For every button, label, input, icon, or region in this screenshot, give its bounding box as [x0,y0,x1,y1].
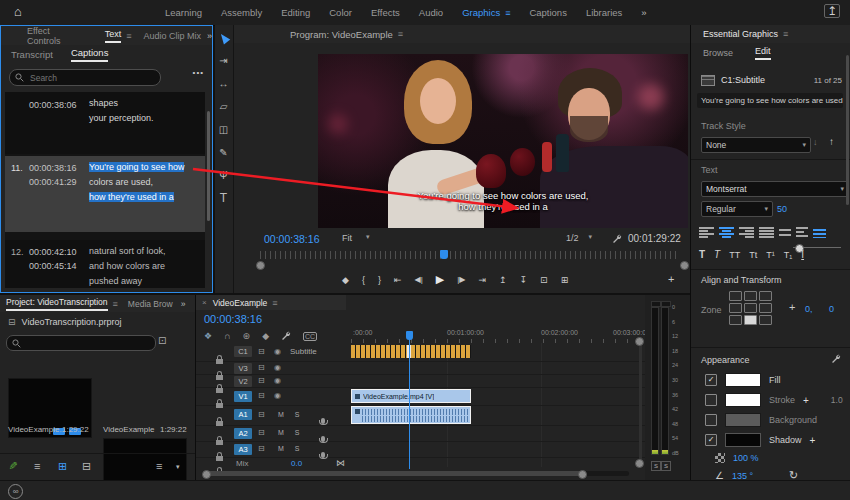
caption-list-scrollbar[interactable] [207,111,210,221]
track-select-forward-tool[interactable]: ⇥ [215,54,232,67]
project-overflow-icon[interactable]: » [181,299,186,309]
razor-tool[interactable]: ▱ [215,100,232,113]
zone-cell[interactable] [729,315,742,325]
play-button[interactable]: ▶ [436,273,444,286]
tab-text[interactable]: Text [105,29,122,43]
track-sync-icon[interactable]: ⊟ [258,444,265,453]
superscript-icon[interactable]: T¹ [766,250,775,260]
workspace-tab-assembly[interactable]: Assembly [221,7,262,18]
program-resolution-select[interactable]: 1/2▾ [566,233,592,243]
position-y-value[interactable]: 0 [829,304,834,314]
workspace-tab-graphics[interactable]: Graphics [462,7,500,18]
track-eye-icon[interactable]: ◉ [274,376,281,385]
pen-tool[interactable]: ✎ [215,146,232,159]
fill-checkbox[interactable]: ✓ [705,374,717,386]
project-panel-menu-icon[interactable]: ≡ [113,299,118,309]
slip-tool[interactable]: ◫ [215,123,232,136]
style-download-icon[interactable]: ↓ [813,137,818,147]
zone-cell[interactable] [759,303,772,313]
mute-button[interactable]: M [276,410,286,419]
position-move-icon[interactable]: + [789,301,795,313]
track-eye-icon[interactable]: ◉ [274,363,281,372]
text-panel-menu-icon[interactable]: ≡ [126,31,131,41]
timeline-timecode[interactable]: 00:00:38:16 [204,313,262,325]
faux-italic-icon[interactable]: T [714,249,720,260]
program-settings-wrench-icon[interactable] [612,234,622,244]
subscript-icon[interactable]: T₁ [784,250,793,260]
workspace-tab-captions[interactable]: Captions [529,7,567,18]
leading-icon[interactable] [813,227,826,238]
stroke-checkbox[interactable] [705,394,717,406]
timeline-h-scrollbar[interactable] [204,471,629,476]
sort-icon[interactable]: ≡ [156,460,162,472]
font-size-slider[interactable] [793,247,841,248]
shadow-color-swatch[interactable] [725,433,761,447]
workspace-tab-effects[interactable]: Effects [371,7,400,18]
esg-caption-preview[interactable]: You're going to see how colors are used.… [697,93,843,108]
zone-cell[interactable] [744,291,757,301]
program-panel-menu-icon[interactable]: ≡ [398,29,403,39]
position-x-value[interactable]: 0, [805,304,813,314]
mute-button[interactable]: M [276,444,286,453]
space-before-icon[interactable] [796,227,808,238]
solo-button[interactable]: S [292,428,302,437]
track-label-a1[interactable]: A1 [234,409,252,420]
track-sync-icon[interactable]: ⊟ [258,391,265,400]
track-sync-icon[interactable]: ⊟ [258,428,265,437]
tab-project[interactable]: Project: VideoTranscription [6,297,108,311]
zone-cell[interactable] [744,315,757,325]
track-sync-icon[interactable]: ⊟ [258,363,265,372]
tab-audio-clip-mixer[interactable]: Audio Clip Mix [143,31,201,41]
creative-cloud-sync-icon[interactable]: ∞ [8,484,23,499]
v-scroll-bottom-knob[interactable] [635,459,644,468]
esg-tab-browse[interactable]: Browse [703,48,733,58]
comparison-view-button[interactable]: ⊞ [561,275,569,285]
video-preview[interactable]: You're going to see how colors are used,… [318,54,688,228]
zone-cell[interactable] [729,303,742,313]
track-label-v1[interactable]: V1 [234,391,252,402]
button-editor-plus[interactable]: + [668,273,674,285]
stroke-width-value[interactable]: 1.0 [831,395,843,405]
underline-icon[interactable]: I [801,249,804,260]
meter-solo-left-button[interactable]: S [651,461,661,471]
align-left-icon[interactable] [699,227,714,238]
ripple-edit-tool[interactable]: ↔ [215,77,232,90]
program-playhead[interactable] [440,250,448,259]
faux-bold-icon[interactable]: T [699,249,705,260]
workspace-tab-color[interactable]: Color [329,7,352,18]
export-frame-camera-button[interactable]: ⊡ [540,275,548,285]
align-justify-icon[interactable] [759,227,774,238]
esg-panel-menu-icon[interactable]: ≡ [783,29,788,39]
timeline-panel-menu-icon[interactable]: ≡ [272,298,277,308]
font-size-value[interactable]: 50 [777,204,787,214]
v-scroll-top-knob[interactable] [635,337,644,346]
align-right-icon[interactable] [739,227,754,238]
hand-tool[interactable]: Ψ [215,169,232,182]
selection-tool[interactable] [215,33,232,46]
freeform-view-button[interactable]: ⊟ [82,460,91,473]
small-caps-icon[interactable]: Tt [749,250,757,260]
track-eye-icon[interactable]: ◉ [274,347,281,356]
meter-solo-right-button[interactable]: S [661,461,671,471]
mute-button[interactable]: M [276,428,286,437]
video-clip-v1[interactable]: VideoExample.mp4 [V] [351,389,471,403]
background-checkbox[interactable] [705,414,717,426]
list-view-button[interactable]: ≡ [34,460,40,472]
align-center-icon[interactable] [719,227,734,238]
panel-overflow-icon[interactable]: » [207,31,212,41]
workspace-tab-editing[interactable]: Editing [281,7,310,18]
subtab-transcript[interactable]: Transcript [11,49,53,60]
paragraph-spacing-icon[interactable] [779,227,791,238]
track-sync-icon[interactable]: ⊟ [258,410,265,419]
zone-cell[interactable] [744,303,757,313]
workspace-tab-audio[interactable]: Audio [419,7,443,18]
program-timecode[interactable]: 00:00:38:16 [264,233,319,245]
program-zoom-select[interactable]: Fit▾ [342,233,370,243]
project-search-bin-icon[interactable]: ⊡ [158,335,166,346]
go-to-in-button[interactable]: ⇤ [394,275,402,285]
shadow-opacity-value[interactable]: 100 % [733,453,759,463]
track-style-select[interactable]: None▾ [701,137,811,153]
workspace-tab-libraries[interactable]: Libraries [586,7,622,18]
track-label-a2[interactable]: A2 [234,428,252,439]
project-item-name[interactable]: VideoExample [103,425,154,434]
